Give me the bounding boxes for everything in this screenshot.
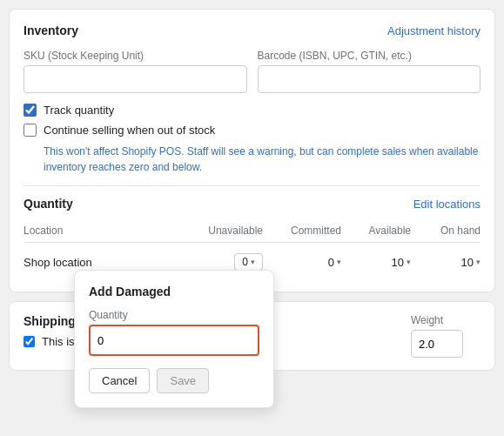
shipping-checkbox[interactable] bbox=[24, 336, 35, 347]
committed-value[interactable]: 0 ▾ bbox=[328, 256, 341, 269]
onhand-cell: 10 ▾ bbox=[411, 256, 480, 269]
popup-buttons: Cancel Save bbox=[89, 368, 259, 393]
chevron-icon: ▾ bbox=[251, 258, 255, 266]
popup-quantity-label: Quantity bbox=[89, 309, 259, 321]
divider bbox=[24, 185, 480, 186]
adjustment-history-link[interactable]: Adjustment history bbox=[387, 24, 480, 37]
track-quantity-label: Track quantity bbox=[44, 104, 114, 117]
col-unavailable: Unavailable bbox=[176, 225, 263, 237]
continue-selling-checkbox[interactable] bbox=[24, 124, 37, 137]
popup-title: Add Damaged bbox=[89, 285, 259, 298]
quantity-title: Quantity bbox=[24, 197, 73, 211]
save-button[interactable]: Save bbox=[157, 368, 209, 393]
sku-group: SKU (Stock Keeping Unit) bbox=[24, 50, 247, 93]
available-value[interactable]: 10 ▾ bbox=[392, 256, 411, 269]
quantity-header: Quantity Edit locations bbox=[24, 197, 480, 211]
continue-selling-row: Continue selling when out of stock bbox=[24, 124, 480, 137]
inventory-header: Inventory Adjustment history bbox=[24, 23, 480, 37]
track-quantity-row: Track quantity bbox=[24, 104, 480, 117]
sku-label: SKU (Stock Keeping Unit) bbox=[24, 50, 247, 62]
col-location: Location bbox=[24, 225, 176, 237]
inventory-card: Inventory Adjustment history SKU (Stock … bbox=[9, 9, 495, 292]
barcode-input[interactable] bbox=[258, 65, 481, 93]
available-cell: 10 ▾ bbox=[341, 256, 411, 269]
popup-input-wrapper bbox=[89, 325, 259, 356]
table-header: Location Unavailable Committed Available… bbox=[24, 219, 480, 243]
col-onhand: On hand bbox=[411, 225, 480, 237]
barcode-group: Barcode (ISBN, UPC, GTIN, etc.) bbox=[258, 50, 481, 93]
continue-selling-label: Continue selling when out of stock bbox=[44, 124, 215, 137]
continue-selling-info: This won't affect Shopify POS. Staff wil… bbox=[44, 144, 480, 175]
edit-locations-link[interactable]: Edit locations bbox=[413, 198, 480, 211]
sku-barcode-row: SKU (Stock Keeping Unit) Barcode (ISBN, … bbox=[24, 50, 480, 93]
track-quantity-checkbox[interactable] bbox=[24, 104, 37, 117]
weight-group: Weight bbox=[411, 314, 480, 358]
unavailable-badge[interactable]: 0 ▾ bbox=[234, 253, 263, 271]
onhand-value[interactable]: 10 ▾ bbox=[461, 256, 480, 269]
committed-cell: 0 ▾ bbox=[263, 256, 341, 269]
location-name: Shop location bbox=[24, 256, 176, 269]
chevron-icon: ▾ bbox=[476, 258, 480, 266]
popup-quantity-input[interactable] bbox=[91, 326, 258, 354]
unavailable-cell: 0 ▾ bbox=[176, 253, 263, 271]
weight-label: Weight bbox=[411, 314, 480, 326]
weight-input[interactable] bbox=[411, 330, 463, 358]
add-damaged-popup: Add Damaged Quantity Cancel Save bbox=[74, 270, 274, 408]
sku-input[interactable] bbox=[24, 65, 247, 93]
col-available: Available bbox=[341, 225, 411, 237]
shipping-this-is: This is bbox=[42, 335, 75, 348]
col-committed: Committed bbox=[263, 225, 341, 237]
barcode-label: Barcode (ISBN, UPC, GTIN, etc.) bbox=[258, 50, 481, 62]
cancel-button[interactable]: Cancel bbox=[89, 368, 150, 393]
inventory-title: Inventory bbox=[24, 23, 78, 37]
